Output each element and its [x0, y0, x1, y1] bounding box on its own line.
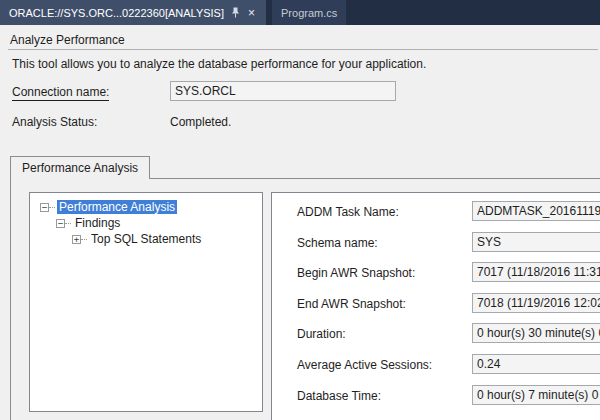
tree-connector	[65, 223, 71, 224]
duration-value[interactable]	[472, 323, 600, 343]
addm-task-name-label: ADDM Task Name:	[297, 205, 399, 219]
tab-oracle-analysis-label: ORACLE://SYS.ORC...0222360[ANALYSIS]	[9, 7, 224, 19]
analyze-performance-document: Analyze Performance This tool allows you…	[0, 25, 600, 420]
tree-item-findings[interactable]: Findings	[73, 216, 122, 230]
analysis-status-label: Analysis Status:	[12, 115, 97, 129]
tree-item-top-sql-statements[interactable]: Top SQL Statements	[89, 232, 203, 246]
tree-item-performance-analysis[interactable]: Performance Analysis	[57, 200, 177, 214]
tree-row: − Findings	[30, 215, 262, 231]
expand-icon[interactable]: +	[72, 235, 81, 244]
duration-label: Duration:	[297, 327, 346, 341]
tab-performance-analysis-label: Performance Analysis	[22, 161, 138, 175]
close-icon[interactable]: ×	[246, 7, 257, 19]
tree-row: + Top SQL Statements	[30, 231, 262, 247]
tree-connector	[49, 207, 55, 208]
analysis-tree: − Performance Analysis − Findings + Top …	[29, 192, 263, 412]
database-time-value[interactable]	[472, 385, 600, 405]
tab-oracle-analysis[interactable]: ORACLE://SYS.ORC...0222360[ANALYSIS] ×	[0, 0, 266, 25]
tool-description: This tool allows you to analyze the data…	[12, 57, 426, 71]
addm-task-name-value[interactable]	[472, 201, 600, 221]
collapse-icon[interactable]: −	[56, 219, 65, 228]
end-awr-snapshot-value[interactable]	[472, 293, 600, 313]
database-time-label: Database Time:	[297, 389, 381, 403]
tree-connector	[81, 239, 87, 240]
connection-name-label: Connection name:	[12, 85, 109, 101]
tab-program-cs[interactable]: Program.cs	[272, 0, 346, 25]
schema-name-label: Schema name:	[297, 236, 378, 250]
end-awr-snapshot-label: End AWR Snapshot:	[297, 297, 406, 311]
schema-name-value[interactable]	[472, 232, 600, 252]
document-tab-bar: ORACLE://SYS.ORC...0222360[ANALYSIS] × P…	[0, 0, 600, 25]
pin-icon[interactable]	[231, 7, 240, 18]
connection-name-input[interactable]	[170, 81, 396, 101]
analysis-panel: − Performance Analysis − Findings + Top …	[10, 178, 600, 420]
begin-awr-snapshot-label: Begin AWR Snapshot:	[297, 266, 415, 280]
average-active-sessions-label: Average Active Sessions:	[297, 358, 432, 372]
tab-program-cs-label: Program.cs	[281, 7, 337, 19]
average-active-sessions-value[interactable]	[472, 354, 600, 374]
tab-performance-analysis[interactable]: Performance Analysis	[10, 156, 150, 179]
details-panel: ADDM Task Name: Schema name: Begin AWR S…	[271, 192, 600, 420]
title-separator	[8, 49, 598, 50]
analysis-status-value: Completed.	[170, 115, 231, 129]
begin-awr-snapshot-value[interactable]	[472, 262, 600, 282]
page-title: Analyze Performance	[10, 33, 125, 47]
tree-row: − Performance Analysis	[30, 199, 262, 215]
collapse-icon[interactable]: −	[40, 203, 49, 212]
